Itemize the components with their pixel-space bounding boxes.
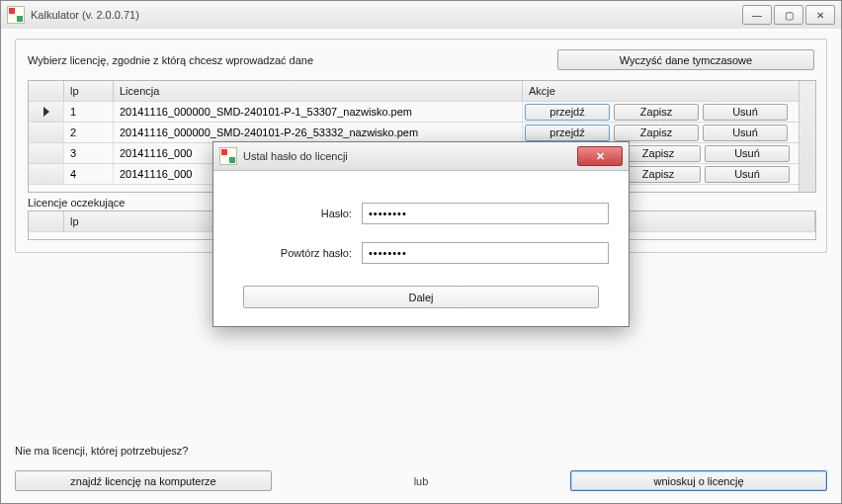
main-window: Kalkulator (v. 2.0.0.71) — ▢ ✕ Wybierz l… bbox=[0, 0, 842, 504]
close-icon: ✕ bbox=[816, 10, 824, 21]
dialog-titlebar[interactable]: Ustal hasło do licencji ✕ bbox=[213, 142, 629, 171]
repeat-password-label: Powtórz hasło: bbox=[233, 247, 352, 259]
dialog-title: Ustal hasło do licencji bbox=[243, 150, 577, 162]
minimize-button[interactable]: — bbox=[742, 5, 772, 25]
window-controls: — ▢ ✕ bbox=[742, 5, 835, 25]
password-dialog: Ustal hasło do licencji ✕ Hasło: Powtórz… bbox=[212, 141, 630, 327]
close-button[interactable]: ✕ bbox=[805, 5, 835, 25]
close-icon: ✕ bbox=[596, 150, 605, 163]
password-input[interactable] bbox=[362, 203, 609, 224]
window-title: Kalkulator (v. 2.0.0.71) bbox=[31, 9, 139, 21]
dialog-close-button[interactable]: ✕ bbox=[577, 146, 623, 166]
titlebar[interactable]: Kalkulator (v. 2.0.0.71) — ▢ ✕ bbox=[1, 1, 841, 30]
repeat-password-input[interactable] bbox=[362, 242, 609, 264]
minimize-icon: — bbox=[752, 10, 762, 21]
app-icon bbox=[7, 6, 25, 24]
password-label: Hasło: bbox=[233, 208, 352, 219]
maximize-icon: ▢ bbox=[785, 10, 794, 21]
dialog-app-icon bbox=[219, 147, 237, 165]
maximize-button[interactable]: ▢ bbox=[774, 5, 803, 25]
next-button[interactable]: Dalej bbox=[243, 286, 599, 308]
dialog-body: Hasło: Powtórz hasło: Dalej bbox=[213, 171, 629, 326]
